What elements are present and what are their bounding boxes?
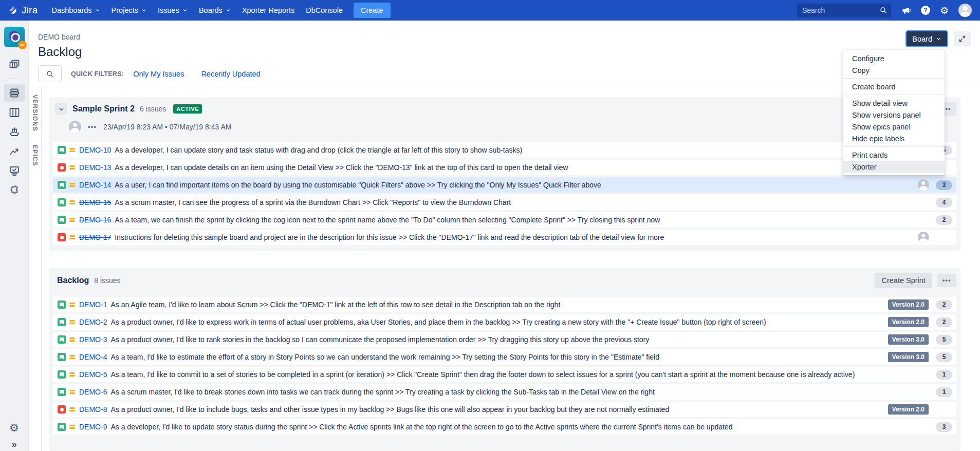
issue-key-link[interactable]: DEMO-1 (79, 300, 107, 309)
menu-item-xporter[interactable]: Xporter (843, 161, 945, 173)
version-badge[interactable]: Version 3.0 (888, 352, 929, 362)
version-badge[interactable]: Version 2.0 (888, 317, 929, 327)
version-badge[interactable]: Version 3.0 (888, 334, 929, 345)
sprint-members-more-button[interactable]: ••• (88, 123, 97, 130)
releases-icon[interactable] (4, 123, 25, 141)
expand-sidebar-icon[interactable]: » (11, 439, 17, 449)
global-search-box[interactable] (797, 4, 891, 17)
sprint-issue-list: DEMO-10As a developer, I can update stor… (53, 142, 956, 245)
nav-item-label: Dashboards (51, 6, 91, 14)
quick-filter-only-my-issues[interactable]: Only My Issues (133, 70, 184, 78)
addons-icon[interactable] (4, 182, 25, 199)
announcement-icon[interactable] (901, 5, 911, 15)
menu-item-create-board[interactable]: Create board (843, 81, 945, 92)
breadcrumb[interactable]: DEMO board (38, 33, 80, 41)
priority-medium-icon (69, 148, 75, 152)
version-badge[interactable]: Version 2.0 (888, 299, 929, 310)
estimate-badge[interactable]: 3 (936, 180, 952, 190)
estimate-badge[interactable]: 4 (936, 198, 952, 208)
sprint-member-avatar[interactable] (69, 121, 81, 133)
nav-item-dbconsole[interactable]: DbConsole (300, 3, 348, 18)
sprint-issue-count: 6 issues (140, 105, 166, 113)
issue-row-demo-4[interactable]: DEMO-4As a team, I'd like to estimate th… (53, 349, 956, 365)
estimate-badge[interactable]: 5 (936, 352, 952, 362)
collapse-sprint-button[interactable] (55, 103, 67, 115)
issue-row-demo-5[interactable]: DEMO-5As a team, I'd like to commit to a… (53, 367, 956, 382)
reports-icon[interactable] (4, 143, 25, 160)
issue-row-demo-16[interactable]: DEMO-16As a team, we can finish the spri… (53, 212, 956, 228)
menu-item-copy[interactable]: Copy (843, 64, 945, 76)
issue-key-link[interactable]: DEMO-14 (79, 181, 111, 189)
active-sprints-icon[interactable] (4, 162, 25, 180)
issue-key-link[interactable]: DEMO-17 (79, 233, 111, 241)
estimate-badge[interactable]: 1 (936, 387, 952, 397)
menu-item-hide-epic-labels[interactable]: Hide epic labels (843, 133, 945, 144)
issue-row-demo-14[interactable]: DEMO-14As a user, I can find important i… (53, 177, 956, 193)
version-badge[interactable]: Version 2.0 (888, 404, 929, 415)
nav-item-dashboards[interactable]: Dashboards (46, 3, 105, 18)
backlog-more-button[interactable]: ••• (937, 274, 956, 287)
user-avatar[interactable] (958, 4, 972, 17)
nav-item-issues[interactable]: Issues (152, 3, 193, 18)
menu-item-show-epics-panel[interactable]: Show epics panel (843, 121, 945, 133)
issue-row-demo-15[interactable]: DEMO-15As a scrum master, I can see the … (53, 195, 956, 210)
project-avatar[interactable]: <> (4, 27, 25, 47)
quick-filter-recently-updated[interactable]: Recently Updated (201, 70, 260, 78)
issue-row-demo-3[interactable]: DEMO-3As a product owner, I'd like to ra… (53, 332, 956, 347)
issue-key-link[interactable]: DEMO-3 (79, 335, 107, 344)
project-sidebar: <> ⚙ » (0, 21, 29, 451)
nav-item-boards[interactable]: Boards (193, 3, 236, 18)
search-input[interactable] (797, 4, 891, 17)
issue-key-link[interactable]: DEMO-16 (79, 216, 111, 224)
estimate-badge[interactable]: 3 (936, 422, 952, 432)
estimate-badge[interactable]: 2 (936, 317, 952, 327)
backlog-icon[interactable] (4, 84, 25, 102)
bug-type-icon (58, 233, 66, 241)
issue-key-link[interactable]: DEMO-6 (79, 388, 107, 396)
issue-row-demo-1[interactable]: DEMO-1As an Agile team, I'd like to lear… (53, 297, 956, 312)
boards-icon[interactable] (4, 56, 25, 73)
issue-key-link[interactable]: DEMO-8 (79, 405, 107, 414)
menu-item-show-versions-panel[interactable]: Show versions panel (843, 109, 945, 121)
issue-key-link[interactable]: DEMO-15 (79, 198, 111, 206)
issue-row-demo-2[interactable]: DEMO-2As a product owner, I'd like to ex… (53, 314, 956, 330)
issue-key-link[interactable]: DEMO-5 (79, 370, 107, 379)
issue-row-demo-6[interactable]: DEMO-6As a scrum master, I'd like to bre… (53, 384, 956, 400)
issue-key-link[interactable]: DEMO-4 (79, 353, 107, 361)
estimate-badge[interactable]: 2 (936, 300, 952, 310)
issue-row-demo-9[interactable]: DEMO-9As a developer, I'd like to update… (53, 419, 956, 435)
search-icon[interactable] (879, 6, 887, 14)
menu-item-print-cards[interactable]: Print cards (843, 149, 945, 161)
priority-medium-icon (69, 337, 75, 342)
sidebar-settings-icon[interactable]: ⚙ (9, 422, 19, 433)
issue-row-demo-13[interactable]: DEMO-13As a developer, I can update deta… (53, 160, 956, 175)
issue-key-link[interactable]: DEMO-9 (79, 423, 107, 431)
estimate-slot: 3 (934, 180, 952, 190)
help-icon[interactable]: ? (921, 6, 930, 15)
menu-item-configure[interactable]: Configure (843, 52, 945, 64)
estimate-badge[interactable]: 1 (936, 370, 952, 380)
estimate-badge[interactable]: 5 (936, 335, 952, 345)
nav-item-xporter-reports[interactable]: Xporter Reports (236, 3, 300, 18)
fullscreen-button[interactable] (954, 31, 971, 46)
issue-key-link[interactable]: DEMO-2 (79, 318, 107, 326)
estimate-badge[interactable]: 2 (936, 215, 952, 225)
board-menu-button[interactable]: Board (907, 31, 947, 46)
panel-toggle-versions[interactable]: VERSIONS (31, 95, 39, 131)
jira-logo[interactable]: Jira (7, 5, 38, 16)
issue-key-link[interactable]: DEMO-10 (79, 146, 111, 154)
panel-toggle-epics[interactable]: EPICS (31, 145, 39, 166)
board-columns-icon[interactable] (4, 104, 25, 121)
issue-key-link[interactable]: DEMO-13 (79, 163, 111, 172)
issue-row-demo-10[interactable]: DEMO-10As a developer, I can update stor… (53, 142, 956, 158)
create-sprint-button[interactable]: Create Sprint (875, 273, 932, 288)
menu-item-show-detail-view[interactable]: Show detail view (843, 97, 945, 109)
issue-row-demo-17[interactable]: DEMO-17Instructions for deleting this sa… (53, 230, 956, 245)
create-button[interactable]: Create (354, 3, 391, 18)
settings-icon[interactable]: ⚙ (940, 6, 949, 15)
nav-item-projects[interactable]: Projects (106, 3, 152, 18)
issue-summary: As a developer, I can update details on … (115, 163, 568, 172)
board-search-button[interactable] (38, 65, 62, 82)
story-type-icon (58, 216, 66, 224)
issue-row-demo-8[interactable]: DEMO-8As a product owner, I'd like to in… (53, 402, 956, 417)
